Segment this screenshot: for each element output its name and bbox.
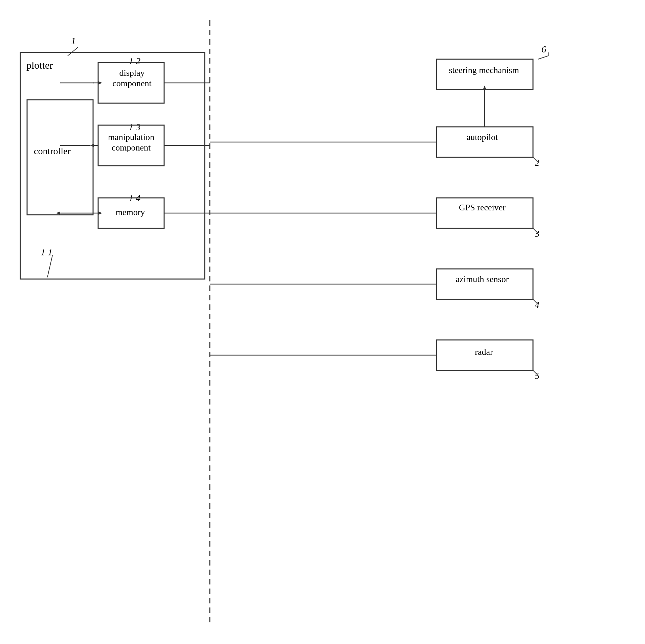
svg-rect-2: [27, 100, 93, 215]
svg-line-35: [533, 299, 538, 304]
svg-marker-26: [483, 86, 486, 90]
svg-line-31: [538, 56, 548, 59]
svg-rect-3: [98, 63, 164, 103]
svg-line-15: [68, 47, 78, 56]
svg-rect-4: [98, 125, 164, 166]
svg-rect-21: [437, 127, 533, 157]
svg-line-33: [533, 157, 538, 162]
svg-marker-10: [90, 144, 94, 147]
svg-line-36: [533, 370, 538, 375]
svg-marker-14: [98, 211, 102, 215]
svg-rect-23: [437, 269, 533, 299]
svg-line-34: [533, 228, 538, 233]
svg-rect-20: [437, 59, 533, 90]
svg-rect-24: [437, 340, 533, 370]
svg-rect-22: [437, 198, 533, 228]
svg-rect-5: [98, 198, 164, 228]
diagram-container: plotter controller displaycomponent mani…: [0, 0, 645, 644]
svg-marker-7: [98, 81, 102, 85]
diagram-svg: [0, 0, 645, 644]
svg-line-16: [47, 255, 52, 277]
